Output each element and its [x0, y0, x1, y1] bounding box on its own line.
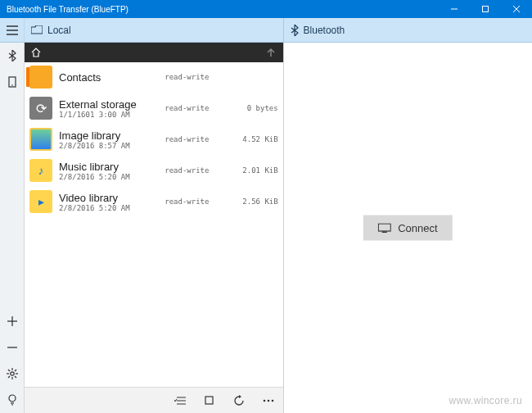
- tab-bluetooth[interactable]: Bluetooth: [284, 18, 532, 42]
- item-size: 2.56 KiB: [232, 197, 277, 206]
- svg-line-19: [15, 370, 16, 371]
- connect-button[interactable]: Connect: [363, 216, 452, 241]
- item-name: Image library: [59, 129, 165, 142]
- list-item[interactable]: Video library2/8/2016 5:20 AM read-write…: [25, 187, 283, 218]
- copy-icon: [205, 396, 214, 406]
- hamburger-button[interactable]: [0, 18, 25, 42]
- sidebar-tip-button[interactable]: [0, 387, 24, 413]
- cast-icon: [378, 223, 391, 233]
- list-check-icon: [174, 396, 186, 406]
- item-size: 4.52 KiB: [232, 135, 277, 143]
- maximize-button[interactable]: [470, 0, 501, 18]
- item-name: Contacts: [59, 71, 165, 84]
- toolbar: Local Bluetooth: [0, 18, 532, 43]
- svg-rect-32: [382, 231, 387, 233]
- item-date: 2/8/2016 5:20 AM: [59, 173, 165, 181]
- image-icon: [29, 128, 52, 151]
- pathbar: [25, 43, 283, 62]
- sidebar-bluetooth-button[interactable]: [0, 43, 24, 69]
- item-name: External storage: [59, 98, 165, 111]
- list-item[interactable]: Music library2/8/2016 5:20 AM read-write…: [25, 156, 283, 187]
- bulb-icon: [7, 394, 17, 406]
- arrow-up-icon: [265, 47, 277, 58]
- item-perm: read-write: [165, 73, 232, 81]
- item-date: 1/1/1601 3:00 AM: [59, 111, 165, 119]
- item-date: 2/8/2016 8:57 AM: [59, 142, 165, 150]
- svg-rect-1: [483, 7, 489, 12]
- titlebar: Bluetooth File Transfer (BlueFTP): [0, 0, 532, 18]
- bluetooth-icon: [8, 50, 16, 61]
- svg-point-8: [11, 84, 13, 86]
- folder-icon: [31, 25, 43, 35]
- svg-line-17: [8, 370, 10, 371]
- tab-local-label: Local: [47, 25, 71, 36]
- video-icon: [29, 190, 52, 213]
- svg-rect-31: [379, 224, 391, 231]
- local-pane: Contacts read-write ⟳ External storage1/…: [25, 43, 284, 413]
- item-perm: read-write: [165, 166, 232, 175]
- plus-icon: [7, 315, 18, 327]
- sidebar-remove-button[interactable]: [0, 334, 24, 361]
- select-button[interactable]: [165, 388, 195, 414]
- refresh-button[interactable]: [224, 388, 254, 414]
- bottom-toolbar: [25, 387, 283, 413]
- item-date: 2/8/2016 5:20 AM: [59, 204, 165, 212]
- tab-bluetooth-label: Bluetooth: [304, 25, 345, 36]
- storage-icon: ⟳: [29, 97, 52, 120]
- gear-icon: [7, 368, 18, 379]
- file-list[interactable]: Contacts read-write ⟳ External storage1/…: [25, 62, 283, 387]
- hamburger-icon: [7, 25, 18, 35]
- music-icon: [29, 159, 52, 182]
- list-item[interactable]: Contacts read-write: [25, 62, 283, 93]
- bluetooth-pane: Connect: [284, 43, 532, 413]
- item-name: Video library: [59, 192, 165, 204]
- svg-line-20: [8, 376, 10, 378]
- item-size: 0 bytes: [232, 104, 277, 112]
- item-perm: read-write: [165, 197, 232, 206]
- bluetooth-icon: [291, 25, 299, 36]
- svg-line-18: [15, 376, 16, 378]
- more-button[interactable]: [254, 388, 283, 414]
- item-perm: read-write: [165, 104, 232, 112]
- svg-point-29: [267, 399, 269, 402]
- sidebar-add-button[interactable]: [0, 308, 24, 334]
- item-size: 2.01 KiB: [232, 166, 277, 175]
- close-button[interactable]: [501, 0, 532, 18]
- item-name: Music library: [59, 161, 165, 173]
- sidebar-settings-button[interactable]: [0, 361, 24, 387]
- more-icon: [263, 399, 274, 402]
- refresh-icon: [233, 395, 245, 406]
- svg-rect-27: [205, 397, 213, 404]
- window-title: Bluetooth File Transfer (BlueFTP): [7, 5, 439, 14]
- minimize-button[interactable]: [439, 0, 470, 18]
- svg-point-21: [9, 395, 16, 402]
- minus-icon: [7, 342, 18, 353]
- tab-local[interactable]: Local: [25, 18, 283, 42]
- copy-button[interactable]: [195, 388, 224, 414]
- list-item[interactable]: ⟳ External storage1/1/1601 3:00 AM read-…: [25, 93, 283, 125]
- svg-point-12: [10, 372, 13, 375]
- item-perm: read-write: [165, 135, 232, 143]
- list-item[interactable]: Image library2/8/2016 8:57 AM read-write…: [25, 125, 283, 156]
- home-icon[interactable]: [31, 48, 41, 57]
- svg-point-30: [271, 399, 273, 402]
- connect-label: Connect: [398, 222, 437, 234]
- sidebar: [0, 43, 25, 413]
- svg-point-28: [263, 399, 265, 402]
- contacts-icon: [29, 66, 52, 88]
- up-button[interactable]: [265, 47, 277, 58]
- sidebar-device-button[interactable]: [0, 69, 24, 95]
- device-icon: [7, 76, 17, 88]
